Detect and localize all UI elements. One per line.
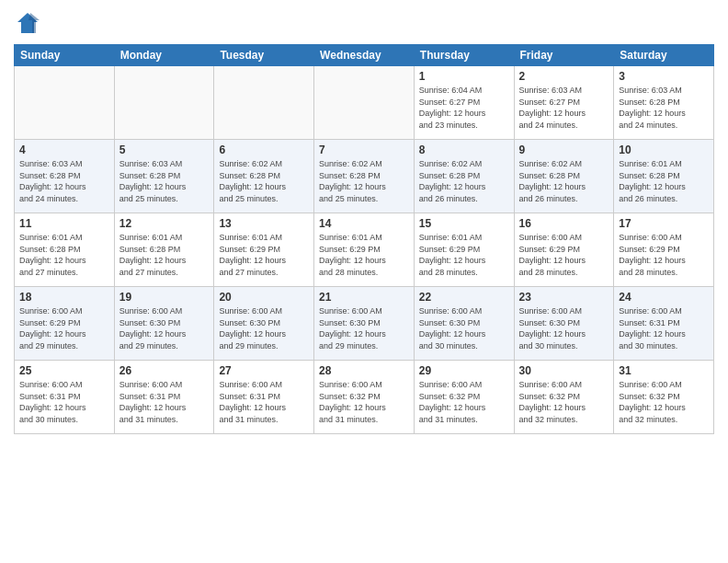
calendar-cell: 21Sunrise: 6:00 AM Sunset: 6:30 PM Dayli… [314, 287, 415, 361]
calendar-cell: 7Sunrise: 6:02 AM Sunset: 6:28 PM Daylig… [314, 140, 415, 213]
calendar-cell: 26Sunrise: 6:00 AM Sunset: 6:31 PM Dayli… [114, 361, 214, 434]
day-info: Sunrise: 6:00 AM Sunset: 6:30 PM Dayligh… [219, 305, 309, 351]
day-info: Sunrise: 6:00 AM Sunset: 6:32 PM Dayligh… [319, 379, 409, 425]
day-number: 22 [419, 291, 509, 304]
day-number: 29 [419, 364, 509, 377]
day-info: Sunrise: 6:03 AM Sunset: 6:28 PM Dayligh… [19, 158, 109, 204]
day-number: 6 [219, 144, 309, 156]
calendar-week-row: 1Sunrise: 6:04 AM Sunset: 6:27 PM Daylig… [15, 66, 714, 140]
calendar-cell: 16Sunrise: 6:00 AM Sunset: 6:29 PM Dayli… [514, 213, 614, 287]
calendar-cell: 11Sunrise: 6:01 AM Sunset: 6:28 PM Dayli… [15, 213, 115, 287]
calendar-table: SundayMondayTuesdayWednesdayThursdayFrid… [14, 44, 714, 434]
calendar-week-row: 18Sunrise: 6:00 AM Sunset: 6:29 PM Dayli… [15, 287, 714, 361]
calendar-cell: 25Sunrise: 6:00 AM Sunset: 6:31 PM Dayli… [15, 361, 115, 434]
day-info: Sunrise: 6:02 AM Sunset: 6:28 PM Dayligh… [219, 158, 309, 204]
day-number: 11 [19, 217, 109, 230]
calendar-cell: 2Sunrise: 6:03 AM Sunset: 6:27 PM Daylig… [514, 66, 614, 140]
day-number: 25 [19, 364, 109, 377]
calendar-cell: 19Sunrise: 6:00 AM Sunset: 6:30 PM Dayli… [114, 287, 214, 361]
logo [14, 9, 45, 37]
calendar-cell: 15Sunrise: 6:01 AM Sunset: 6:29 PM Dayli… [414, 213, 514, 287]
weekday-header-tuesday: Tuesday [214, 45, 314, 66]
day-info: Sunrise: 6:00 AM Sunset: 6:30 PM Dayligh… [119, 305, 210, 351]
calendar-cell: 12Sunrise: 6:01 AM Sunset: 6:28 PM Dayli… [114, 213, 214, 287]
calendar-cell [214, 66, 314, 140]
day-info: Sunrise: 6:01 AM Sunset: 6:29 PM Dayligh… [419, 232, 509, 278]
weekday-header-thursday: Thursday [414, 45, 514, 66]
day-info: Sunrise: 6:02 AM Sunset: 6:28 PM Dayligh… [319, 158, 409, 204]
calendar-week-row: 25Sunrise: 6:00 AM Sunset: 6:31 PM Dayli… [15, 361, 714, 434]
day-number: 1 [419, 70, 509, 83]
day-number: 14 [319, 217, 409, 230]
day-number: 16 [519, 217, 609, 230]
day-info: Sunrise: 6:00 AM Sunset: 6:30 PM Dayligh… [519, 305, 609, 351]
day-info: Sunrise: 6:00 AM Sunset: 6:30 PM Dayligh… [319, 305, 409, 351]
day-info: Sunrise: 6:01 AM Sunset: 6:28 PM Dayligh… [19, 232, 109, 278]
calendar-cell: 23Sunrise: 6:00 AM Sunset: 6:30 PM Dayli… [514, 287, 614, 361]
day-number: 30 [519, 364, 609, 377]
day-number: 20 [219, 291, 309, 304]
day-number: 8 [419, 144, 509, 156]
day-number: 23 [519, 291, 609, 304]
day-info: Sunrise: 6:00 AM Sunset: 6:31 PM Dayligh… [219, 379, 309, 425]
calendar-cell: 10Sunrise: 6:01 AM Sunset: 6:28 PM Dayli… [614, 140, 714, 213]
day-number: 21 [319, 291, 409, 304]
weekday-header-saturday: Saturday [614, 45, 714, 66]
day-number: 26 [119, 364, 210, 377]
day-info: Sunrise: 6:03 AM Sunset: 6:27 PM Dayligh… [519, 85, 609, 131]
calendar-cell: 6Sunrise: 6:02 AM Sunset: 6:28 PM Daylig… [214, 140, 314, 213]
day-info: Sunrise: 6:00 AM Sunset: 6:29 PM Dayligh… [619, 232, 709, 278]
day-number: 4 [19, 144, 109, 156]
calendar-cell: 18Sunrise: 6:00 AM Sunset: 6:29 PM Dayli… [15, 287, 115, 361]
calendar-cell [114, 66, 214, 140]
calendar-cell: 13Sunrise: 6:01 AM Sunset: 6:29 PM Dayli… [214, 213, 314, 287]
calendar-cell: 22Sunrise: 6:00 AM Sunset: 6:30 PM Dayli… [414, 287, 514, 361]
day-number: 7 [319, 144, 409, 156]
day-info: Sunrise: 6:00 AM Sunset: 6:31 PM Dayligh… [619, 305, 709, 351]
day-info: Sunrise: 6:04 AM Sunset: 6:27 PM Dayligh… [419, 85, 509, 131]
calendar-body: 1Sunrise: 6:04 AM Sunset: 6:27 PM Daylig… [15, 66, 714, 434]
day-info: Sunrise: 6:00 AM Sunset: 6:32 PM Dayligh… [619, 379, 709, 425]
day-info: Sunrise: 6:03 AM Sunset: 6:28 PM Dayligh… [119, 158, 210, 204]
day-number: 18 [19, 291, 109, 304]
day-number: 19 [119, 291, 210, 304]
day-info: Sunrise: 6:00 AM Sunset: 6:29 PM Dayligh… [519, 232, 609, 278]
weekday-header-sunday: Sunday [15, 45, 115, 66]
day-info: Sunrise: 6:01 AM Sunset: 6:29 PM Dayligh… [219, 232, 309, 278]
calendar-cell: 29Sunrise: 6:00 AM Sunset: 6:32 PM Dayli… [414, 361, 514, 434]
day-number: 27 [219, 364, 309, 377]
day-number: 9 [519, 144, 609, 156]
day-info: Sunrise: 6:02 AM Sunset: 6:28 PM Dayligh… [419, 158, 509, 204]
calendar-cell: 28Sunrise: 6:00 AM Sunset: 6:32 PM Dayli… [314, 361, 415, 434]
weekday-header-friday: Friday [514, 45, 614, 66]
calendar-cell: 27Sunrise: 6:00 AM Sunset: 6:31 PM Dayli… [214, 361, 314, 434]
day-info: Sunrise: 6:01 AM Sunset: 6:29 PM Dayligh… [319, 232, 409, 278]
calendar-week-row: 4Sunrise: 6:03 AM Sunset: 6:28 PM Daylig… [15, 140, 714, 213]
day-number: 5 [119, 144, 210, 156]
day-info: Sunrise: 6:00 AM Sunset: 6:32 PM Dayligh… [419, 379, 509, 425]
calendar-cell: 20Sunrise: 6:00 AM Sunset: 6:30 PM Dayli… [214, 287, 314, 361]
day-number: 15 [419, 217, 509, 230]
calendar-week-row: 11Sunrise: 6:01 AM Sunset: 6:28 PM Dayli… [15, 213, 714, 287]
day-number: 24 [619, 291, 709, 304]
day-info: Sunrise: 6:00 AM Sunset: 6:31 PM Dayligh… [19, 379, 109, 425]
day-number: 17 [619, 217, 709, 230]
day-number: 12 [119, 217, 210, 230]
calendar-cell: 5Sunrise: 6:03 AM Sunset: 6:28 PM Daylig… [114, 140, 214, 213]
calendar-cell [314, 66, 415, 140]
calendar-cell: 31Sunrise: 6:00 AM Sunset: 6:32 PM Dayli… [614, 361, 714, 434]
calendar-cell: 14Sunrise: 6:01 AM Sunset: 6:29 PM Dayli… [314, 213, 415, 287]
day-info: Sunrise: 6:01 AM Sunset: 6:28 PM Dayligh… [619, 158, 709, 204]
header [14, 9, 714, 37]
calendar-cell: 1Sunrise: 6:04 AM Sunset: 6:27 PM Daylig… [414, 66, 514, 140]
weekday-header-row: SundayMondayTuesdayWednesdayThursdayFrid… [15, 45, 714, 66]
day-number: 28 [319, 364, 409, 377]
calendar-cell: 9Sunrise: 6:02 AM Sunset: 6:28 PM Daylig… [514, 140, 614, 213]
day-info: Sunrise: 6:03 AM Sunset: 6:28 PM Dayligh… [619, 85, 709, 131]
day-info: Sunrise: 6:02 AM Sunset: 6:28 PM Dayligh… [519, 158, 609, 204]
day-info: Sunrise: 6:00 AM Sunset: 6:32 PM Dayligh… [519, 379, 609, 425]
day-info: Sunrise: 6:01 AM Sunset: 6:28 PM Dayligh… [119, 232, 210, 278]
day-info: Sunrise: 6:00 AM Sunset: 6:30 PM Dayligh… [419, 305, 509, 351]
calendar-cell: 3Sunrise: 6:03 AM Sunset: 6:28 PM Daylig… [614, 66, 714, 140]
page: SundayMondayTuesdayWednesdayThursdayFrid… [0, 0, 728, 563]
